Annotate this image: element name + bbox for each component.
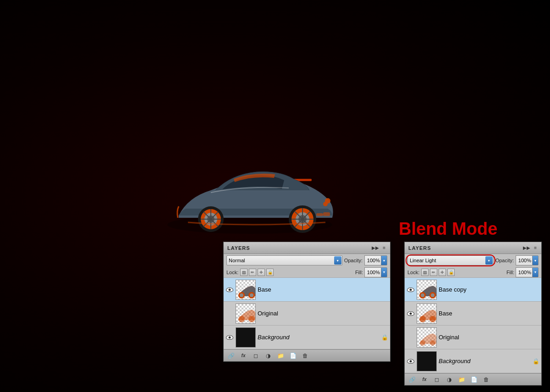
left-toolbar-new-btn[interactable]: 📄: [287, 351, 298, 360]
right-opacity-input[interactable]: [516, 255, 532, 265]
right-lock-move-icon[interactable]: ✛: [439, 269, 446, 276]
right-opacity-input-wrapper: [516, 255, 539, 265]
right-layer-base-copy-thumb: [417, 280, 437, 300]
left-layer-original-name: Original: [258, 310, 388, 317]
left-blend-select[interactable]: Normal Multiply Screen Overlay Linear Li…: [226, 255, 342, 265]
right-fill-area: Fill:: [506, 267, 539, 277]
right-panel-toolbar: 🔗 fx ◻ ◑ 📁 📄 🗑: [405, 373, 541, 385]
left-panel-toolbar: 🔗 fx ◻ ◑ 📁 📄 🗑: [224, 349, 390, 361]
right-layer-base-copy-visibility[interactable]: [407, 286, 415, 294]
left-layer-background-eye-icon: [226, 335, 233, 340]
right-layer-base-copy-name: Base copy: [439, 286, 539, 293]
right-layer-base-visibility[interactable]: [407, 309, 415, 318]
right-layer-original-name: Original: [439, 334, 539, 341]
right-fill-input[interactable]: [516, 267, 532, 277]
svg-point-27: [248, 316, 255, 322]
right-toolbar-fx-btn[interactable]: fx: [419, 375, 430, 384]
left-toolbar-folder-btn[interactable]: 📁: [275, 351, 286, 360]
left-opacity-input[interactable]: [364, 255, 381, 265]
left-toolbar-mask-btn[interactable]: ◻: [250, 351, 261, 360]
svg-point-33: [429, 316, 436, 322]
left-panel-header: LAYERS ▶▶ ≡: [224, 242, 390, 254]
right-toolbar-trash-btn[interactable]: 🗑: [481, 375, 492, 384]
right-layer-original-thumb: [417, 327, 437, 348]
canvas: Blend Mode LAYERS ▶▶ ≡ Normal Multiply S…: [0, 0, 550, 392]
left-toolbar-link-btn[interactable]: 🔗: [226, 351, 236, 360]
svg-point-25: [250, 293, 253, 297]
right-layer-base-copy-eye-icon: [407, 287, 414, 292]
left-lock-paint-icon[interactable]: ✏: [249, 269, 256, 276]
right-layer-base-eye-icon: [407, 311, 414, 316]
left-layer-background[interactable]: Background 🔒: [224, 326, 390, 349]
svg-point-34: [420, 340, 425, 346]
right-layer-background[interactable]: Background 🔒: [405, 349, 541, 373]
right-lock-label: Lock:: [407, 270, 419, 275]
left-layers-panel: LAYERS ▶▶ ≡ Normal Multiply Screen Overl…: [223, 242, 390, 362]
car-image: [151, 151, 348, 243]
right-layer-base[interactable]: Base: [405, 302, 541, 326]
right-panel-expand-icon[interactable]: ▶▶: [522, 245, 531, 250]
right-layer-background-thumb: [417, 351, 437, 371]
right-panel-icons: ▶▶ ≡: [522, 245, 538, 250]
right-layer-base-copy[interactable]: Base copy: [405, 278, 541, 302]
left-lock-all-icon[interactable]: 🔒: [266, 269, 274, 276]
left-lock-label: Lock:: [226, 270, 238, 275]
right-panel-header: LAYERS ▶▶ ≡: [405, 242, 541, 254]
left-lock-move-icon[interactable]: ✛: [258, 269, 265, 276]
left-toolbar-trash-btn[interactable]: 🗑: [300, 351, 311, 360]
left-layer-base-eye-icon: [226, 287, 233, 292]
left-panel-title: LAYERS: [227, 245, 250, 251]
blend-mode-label: Blend Mode: [399, 219, 497, 239]
left-blend-row: Normal Multiply Screen Overlay Linear Li…: [224, 254, 390, 267]
left-blend-select-wrapper: Normal Multiply Screen Overlay Linear Li…: [226, 255, 342, 265]
left-panel-expand-icon[interactable]: ▶▶: [371, 245, 380, 250]
right-layer-base-name: Base: [439, 310, 539, 317]
left-lock-transparent-icon[interactable]: ▨: [240, 269, 248, 276]
right-toolbar-link-btn[interactable]: 🔗: [407, 375, 418, 384]
right-layer-background-name: Background: [439, 358, 531, 364]
right-lock-paint-icon[interactable]: ✏: [430, 269, 437, 276]
right-toolbar-mask-btn[interactable]: ◻: [431, 375, 442, 384]
left-opacity-label: Opacity:: [344, 258, 363, 263]
svg-point-21: [323, 202, 328, 206]
right-layer-background-eye-icon: [407, 359, 414, 364]
left-layer-original[interactable]: Original: [224, 302, 390, 326]
left-layer-background-visibility[interactable]: [226, 333, 234, 342]
left-toolbar-fx-btn[interactable]: fx: [238, 351, 249, 360]
right-fill-label: Fill:: [506, 270, 514, 275]
svg-point-35: [430, 340, 435, 346]
right-lock-all-icon[interactable]: 🔒: [447, 269, 455, 276]
left-fill-label: Fill:: [355, 270, 363, 275]
right-blend-select[interactable]: Normal Multiply Screen Overlay Linear Li…: [407, 255, 494, 265]
left-layer-base[interactable]: Base: [224, 278, 390, 302]
left-layer-base-thumb: [236, 280, 256, 300]
left-layer-base-name: Base: [258, 286, 388, 293]
right-layer-original[interactable]: Original: [405, 326, 541, 349]
left-fill-stepper[interactable]: [381, 267, 387, 277]
right-blend-select-wrapper: Normal Multiply Screen Overlay Linear Li…: [407, 255, 494, 265]
left-layer-base-visibility[interactable]: [226, 286, 234, 294]
left-toolbar-adjustment-btn[interactable]: ◑: [263, 351, 274, 360]
right-panel-menu-icon[interactable]: ≡: [533, 245, 538, 250]
left-layer-background-black: [236, 328, 255, 347]
right-layer-original-checker: [417, 328, 436, 347]
left-layer-original-checker: [236, 304, 255, 323]
right-layer-background-visibility[interactable]: [407, 357, 415, 365]
svg-point-31: [431, 293, 434, 297]
right-opacity-stepper[interactable]: [532, 255, 539, 265]
left-panel-menu-icon[interactable]: ≡: [382, 245, 386, 250]
left-opacity-stepper[interactable]: [381, 255, 387, 265]
left-layer-background-lock-icon: 🔒: [381, 334, 388, 341]
right-toolbar-adjustment-btn[interactable]: ◑: [444, 375, 455, 384]
right-layer-base-checker: [417, 304, 436, 323]
right-toolbar-new-btn[interactable]: 📄: [468, 375, 479, 384]
right-opacity-label: Opacity:: [495, 258, 514, 263]
right-toolbar-folder-btn[interactable]: 📁: [456, 375, 467, 384]
right-fill-stepper[interactable]: [532, 267, 539, 277]
left-fill-input[interactable]: [364, 267, 381, 277]
right-layer-background-black: [417, 352, 436, 371]
svg-rect-18: [316, 213, 323, 216]
right-layer-background-lock-icon: 🔒: [533, 358, 539, 364]
left-layer-background-thumb: [236, 327, 256, 348]
right-lock-transparent-icon[interactable]: ▨: [421, 269, 429, 276]
